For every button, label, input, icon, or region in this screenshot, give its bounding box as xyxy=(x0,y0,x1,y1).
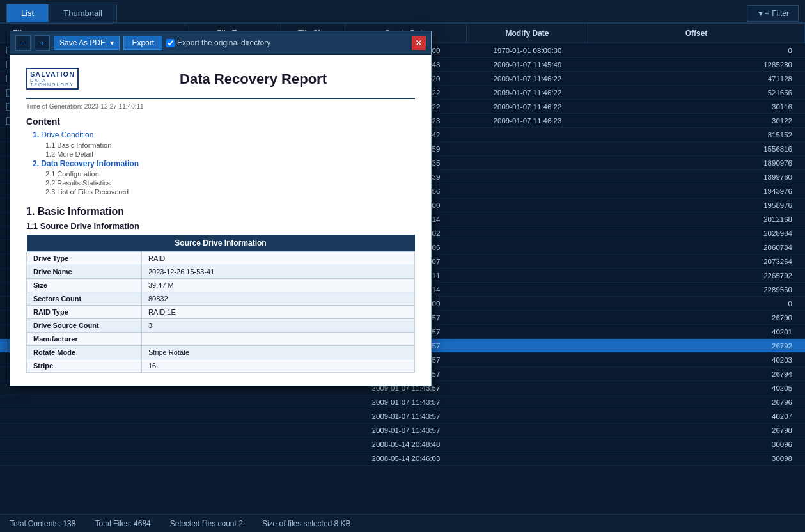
save-as-pdf-button[interactable]: Save As PDF ▾ xyxy=(54,36,120,50)
cell-modifydate xyxy=(467,189,588,193)
cell-offset: 30116 xyxy=(588,101,805,113)
cell-modifydate xyxy=(467,217,588,221)
cell-filesize xyxy=(281,400,345,404)
drive-info-label: Drive Source Count xyxy=(27,319,142,332)
cell-modifydate: 2009-01-07 11:45:49 xyxy=(467,59,588,70)
cell-offset: 471128 xyxy=(588,73,805,84)
cell-modifydate xyxy=(467,175,588,179)
cell-offset: 26790 xyxy=(588,312,805,324)
cell-modifydate xyxy=(467,358,588,362)
cell-offset: 1285280 xyxy=(588,59,805,70)
cell-modifydate xyxy=(467,231,588,235)
cell-offset: 26798 xyxy=(588,425,805,436)
toc-subitem-1-1[interactable]: 1.1 Basic Information xyxy=(45,141,415,149)
cell-modifydate xyxy=(467,147,588,151)
cell-modifydate xyxy=(467,442,588,446)
size-selected: Size of files selected 8 KB xyxy=(262,519,351,528)
drive-info-value: Stripe Rotate xyxy=(142,346,415,359)
zoom-in-button[interactable]: + xyxy=(35,35,50,51)
toc-subitem-2-3[interactable]: 2.3 List of Files Recovered xyxy=(45,188,415,196)
table-row[interactable]: 2008-05-14 20:48:4830096 xyxy=(0,437,805,451)
drive-info-row: Stripe16 xyxy=(27,359,415,373)
cell-modifydate: 2009-01-07 11:46:22 xyxy=(467,73,588,84)
cell-offset: 521656 xyxy=(588,87,805,98)
modal-toolbar: − + Save As PDF ▾ Export Export the orig… xyxy=(10,31,431,55)
cell-createdate: 2009-01-07 11:43:57 xyxy=(345,425,467,436)
filter-button[interactable]: ▼≡ Filter xyxy=(747,5,799,22)
cell-modifydate xyxy=(467,372,588,376)
toc-item-2[interactable]: Data Recovery Information xyxy=(33,159,415,168)
cell-filetype xyxy=(185,400,281,404)
cell-modifydate: 1970-01-01 08:00:00 xyxy=(467,45,588,56)
cell-modifydate xyxy=(467,133,588,137)
logo-technology: TECHNOLOGY xyxy=(30,82,75,87)
cell-modifydate xyxy=(467,344,588,348)
table-row[interactable]: 2009-01-07 11:43:5726796 xyxy=(0,395,805,409)
drive-info-value: RAID 1E xyxy=(142,306,415,319)
col-offset: Offset xyxy=(588,24,805,43)
modal-close-button[interactable]: ✕ xyxy=(412,36,426,50)
section1-heading: 1. Basic Information xyxy=(26,206,415,217)
cell-filesize xyxy=(281,428,345,432)
cell-createdate: 2009-01-07 11:43:57 xyxy=(345,396,467,408)
cell-modifydate xyxy=(467,203,588,207)
filter-icon: ▼≡ xyxy=(756,9,769,18)
drive-info-label: RAID Type xyxy=(27,306,142,319)
export-original-dir-checkbox[interactable] xyxy=(166,39,175,47)
drive-info-row: Manufacturer xyxy=(27,332,415,346)
report-modal: − + Save As PDF ▾ Export Export the orig… xyxy=(10,31,432,386)
export-original-dir-label[interactable]: Export the original directory xyxy=(166,38,270,47)
cell-filename xyxy=(0,442,185,446)
table-row[interactable]: 2008-05-14 20:46:0330098 xyxy=(0,451,805,465)
drive-info-value: 39.47 M xyxy=(142,279,415,292)
view-tabs: List Thumbnail xyxy=(6,4,117,22)
drive-info-value: 2023-12-26 15-53-41 xyxy=(142,265,415,279)
cell-offset: 30096 xyxy=(588,439,805,450)
table-row[interactable]: 2009-01-07 11:43:5726798 xyxy=(0,423,805,437)
cell-modifydate xyxy=(467,260,588,263)
drive-info-label: Sectors Count xyxy=(27,292,142,306)
toc-item-1[interactable]: Drive Condition xyxy=(33,130,415,139)
tab-thumbnail[interactable]: Thumbnail xyxy=(49,4,117,22)
status-bar: Total Contents: 138 Total Files: 4684 Se… xyxy=(0,514,805,532)
cell-filesize xyxy=(281,442,345,446)
cell-modifydate xyxy=(467,288,588,292)
toc-section: Content Drive Condition 1.1 Basic Inform… xyxy=(26,116,415,196)
cell-filename xyxy=(0,400,185,404)
export-button[interactable]: Export xyxy=(123,36,162,50)
top-tab-bar: List Thumbnail ▼≡ Filter xyxy=(0,0,805,24)
toc-subitem-2-2[interactable]: 2.2 Results Statistics xyxy=(45,179,415,187)
tab-list[interactable]: List xyxy=(6,4,49,22)
drive-info-row: RAID TypeRAID 1E xyxy=(27,306,415,319)
cell-modifydate xyxy=(467,302,588,306)
cell-filetype xyxy=(185,428,281,432)
table-row[interactable]: 2009-01-07 11:43:5740207 xyxy=(0,409,805,423)
cell-filetype xyxy=(185,442,281,446)
drive-info-row: Drive TypeRAID xyxy=(27,252,415,265)
toc-subitem-2-1[interactable]: 2.1 Configuration xyxy=(45,170,415,178)
cell-modifydate xyxy=(467,246,588,249)
cell-filetype xyxy=(185,414,281,418)
cell-offset: 1890976 xyxy=(588,157,805,169)
logo-data: DATA xyxy=(30,78,75,82)
toc-subitem-1-2[interactable]: 1.2 More Detail xyxy=(45,150,415,158)
cell-filename xyxy=(0,457,185,460)
cell-offset: 2073264 xyxy=(588,256,805,267)
cell-modifydate xyxy=(467,161,588,165)
drive-info-value: 3 xyxy=(142,319,415,332)
cell-filesize xyxy=(281,386,345,390)
zoom-out-button[interactable]: − xyxy=(15,35,31,51)
drive-info-row: Sectors Count80832 xyxy=(27,292,415,306)
cell-modifydate: 2009-01-07 11:46:23 xyxy=(467,115,588,127)
drive-info-value: RAID xyxy=(142,252,415,265)
section1-sub: 1.1 Source Drive Information xyxy=(26,221,415,231)
cell-offset: 0 xyxy=(588,298,805,309)
cell-modifydate xyxy=(467,457,588,460)
source-drive-table: Source Drive Information Drive TypeRAIDD… xyxy=(26,235,415,373)
cell-offset: 2265792 xyxy=(588,270,805,281)
cell-createdate: 2008-05-14 20:48:48 xyxy=(345,439,467,450)
cell-offset: 1958976 xyxy=(588,199,805,211)
cell-modifydate xyxy=(467,330,588,334)
drive-info-row: Rotate ModeStripe Rotate xyxy=(27,346,415,359)
cell-offset: 30098 xyxy=(588,453,805,464)
